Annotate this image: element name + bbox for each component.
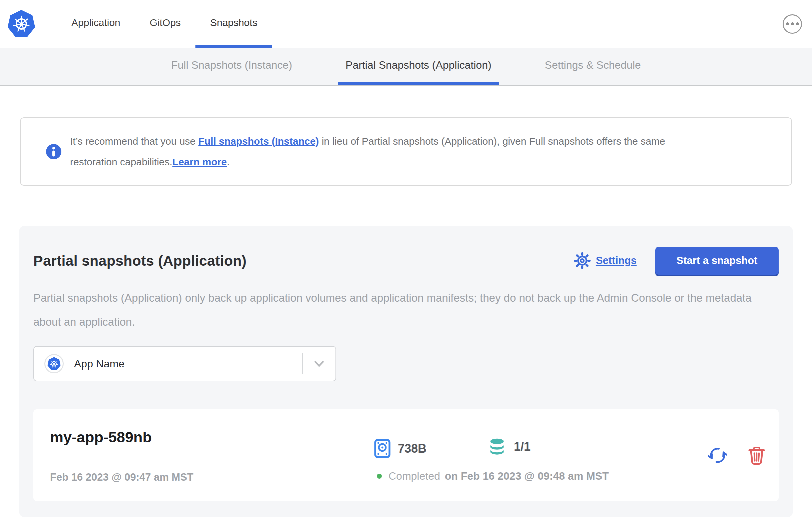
more-menu-button[interactable] <box>783 14 802 34</box>
app-name-selector[interactable]: App Name <box>33 346 336 381</box>
snapshot-name: my-app-589nb <box>50 429 152 446</box>
disk-icon <box>374 439 391 458</box>
partial-snapshots-panel: Partial snapshots (Application) <box>19 226 793 517</box>
snapshot-started-date: Feb 16 2023 @ 09:47 am MST <box>50 471 193 483</box>
snapshot-volumes-value: 1/1 <box>514 440 531 454</box>
snapshot-row: my-app-589nb Feb 16 2023 @ 09:47 am MST … <box>33 409 779 501</box>
status-dot-icon <box>377 474 382 479</box>
snapshots-page: Application GitOps Snapshots Full Snapsh… <box>0 0 812 517</box>
nav-tab-snapshots[interactable]: Snapshots <box>195 0 272 48</box>
banner-text: It’s recommend that you use Full snapsho… <box>70 131 667 172</box>
learn-more-link[interactable]: Learn more <box>172 156 227 167</box>
snapshot-actions <box>708 446 765 465</box>
status-label: Completed <box>389 470 440 482</box>
tab-settings-schedule[interactable]: Settings & Schedule <box>538 48 648 85</box>
snapshot-size: 738B <box>374 439 426 458</box>
panel-title: Partial snapshots (Application) <box>33 253 246 269</box>
kubernetes-logo-icon <box>7 9 36 39</box>
banner-text-part3: . <box>227 156 229 167</box>
app-name-value: App Name <box>74 358 125 370</box>
snapshot-volumes: 1/1 <box>488 438 531 455</box>
restore-icon <box>708 446 727 465</box>
ellipsis-icon <box>786 22 799 25</box>
info-icon <box>46 144 61 159</box>
snapshot-size-value: 738B <box>398 442 426 456</box>
panel-description: Partial snapshots (Application) only bac… <box>33 286 754 334</box>
snapshots-subnav: Full Snapshots (Instance) Partial Snapsh… <box>0 48 812 86</box>
trash-icon <box>748 446 765 465</box>
status-completed-on: on Feb 16 2023 @ 09:48 am MST <box>445 470 609 482</box>
database-icon <box>488 438 507 455</box>
panel-header: Partial snapshots (Application) <box>33 247 779 275</box>
info-banner: It’s recommend that you use Full snapsho… <box>20 117 792 186</box>
settings-link[interactable]: Settings <box>574 252 637 269</box>
gear-icon <box>574 252 591 269</box>
chevron-down-icon[interactable] <box>311 356 327 371</box>
restore-snapshot-button[interactable] <box>708 446 727 465</box>
tab-partial-snapshots-application[interactable]: Partial Snapshots (Application) <box>338 48 499 85</box>
app-header: Application GitOps Snapshots <box>0 0 812 48</box>
app-logo-icon <box>45 355 63 372</box>
nav-tab-gitops[interactable]: GitOps <box>135 0 195 48</box>
tab-full-snapshots-instance[interactable]: Full Snapshots (Instance) <box>164 48 300 85</box>
full-snapshots-instance-link[interactable]: Full snapshots (Instance) <box>199 136 319 147</box>
banner-text-part1: It’s recommend that you use <box>70 136 199 147</box>
settings-label: Settings <box>596 255 637 267</box>
selector-divider <box>302 353 303 374</box>
nav-tab-application[interactable]: Application <box>57 0 135 48</box>
primary-nav: Application GitOps Snapshots <box>57 0 272 48</box>
snapshot-status: Completed on Feb 16 2023 @ 09:48 am MST <box>377 470 609 482</box>
start-snapshot-button[interactable]: Start a snapshot <box>655 247 779 275</box>
delete-snapshot-button[interactable] <box>748 446 765 465</box>
